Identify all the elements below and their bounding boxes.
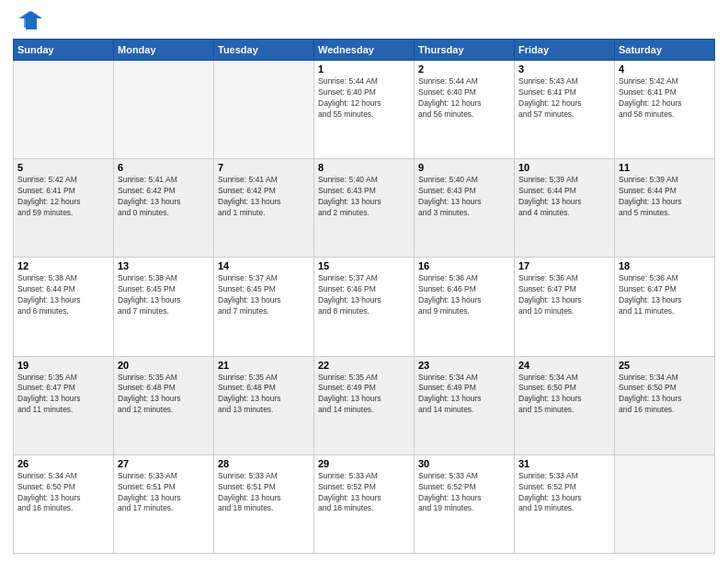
day-number: 13 — [118, 260, 210, 271]
day-number: 19 — [17, 360, 109, 371]
calendar-cell: 23Sunrise: 5:34 AM Sunset: 6:49 PM Dayli… — [415, 356, 515, 454]
day-number: 31 — [518, 458, 610, 469]
calendar-cell: 13Sunrise: 5:38 AM Sunset: 6:45 PM Dayli… — [114, 258, 214, 356]
week-row-3: 19Sunrise: 5:35 AM Sunset: 6:47 PM Dayli… — [14, 356, 715, 454]
day-number: 21 — [218, 360, 310, 371]
day-info: Sunrise: 5:33 AM Sunset: 6:51 PM Dayligh… — [218, 471, 310, 515]
day-info: Sunrise: 5:37 AM Sunset: 6:45 PM Dayligh… — [218, 273, 310, 317]
day-number: 14 — [218, 260, 310, 271]
weekday-wednesday: Wednesday — [314, 40, 415, 61]
day-info: Sunrise: 5:34 AM Sunset: 6:50 PM Dayligh… — [17, 471, 109, 515]
calendar-cell: 17Sunrise: 5:36 AM Sunset: 6:47 PM Dayli… — [515, 258, 615, 356]
day-info: Sunrise: 5:43 AM Sunset: 6:41 PM Dayligh… — [518, 76, 610, 121]
calendar-cell: 1Sunrise: 5:44 AM Sunset: 6:40 PM Daylig… — [314, 61, 415, 159]
calendar-cell — [114, 61, 214, 159]
day-number: 30 — [418, 458, 510, 469]
day-number: 29 — [318, 458, 410, 469]
day-info: Sunrise: 5:34 AM Sunset: 6:50 PM Dayligh… — [518, 373, 610, 417]
day-info: Sunrise: 5:40 AM Sunset: 6:43 PM Dayligh… — [418, 175, 510, 219]
day-number: 26 — [17, 458, 109, 469]
calendar-cell: 7Sunrise: 5:41 AM Sunset: 6:42 PM Daylig… — [214, 159, 314, 258]
calendar-cell: 16Sunrise: 5:36 AM Sunset: 6:46 PM Dayli… — [415, 258, 515, 356]
day-number: 10 — [518, 162, 610, 173]
calendar-cell: 3Sunrise: 5:43 AM Sunset: 6:41 PM Daylig… — [515, 61, 615, 159]
day-number: 8 — [318, 162, 410, 173]
day-info: Sunrise: 5:39 AM Sunset: 6:44 PM Dayligh… — [518, 175, 610, 219]
calendar-cell: 6Sunrise: 5:41 AM Sunset: 6:42 PM Daylig… — [114, 159, 214, 258]
calendar-cell: 20Sunrise: 5:35 AM Sunset: 6:48 PM Dayli… — [114, 356, 214, 454]
calendar-cell: 14Sunrise: 5:37 AM Sunset: 6:45 PM Dayli… — [214, 258, 314, 356]
calendar-cell — [214, 61, 314, 159]
day-info: Sunrise: 5:36 AM Sunset: 6:47 PM Dayligh… — [619, 273, 711, 317]
day-number: 7 — [218, 162, 310, 173]
calendar-cell: 8Sunrise: 5:40 AM Sunset: 6:43 PM Daylig… — [314, 159, 415, 258]
calendar-cell: 19Sunrise: 5:35 AM Sunset: 6:47 PM Dayli… — [14, 356, 114, 454]
day-number: 4 — [619, 63, 711, 75]
calendar-table: SundayMondayTuesdayWednesdayThursdayFrid… — [13, 39, 715, 554]
day-number: 17 — [518, 260, 610, 271]
day-info: Sunrise: 5:41 AM Sunset: 6:42 PM Dayligh… — [218, 175, 310, 219]
day-number: 2 — [418, 63, 510, 75]
day-info: Sunrise: 5:33 AM Sunset: 6:52 PM Dayligh… — [518, 471, 610, 515]
weekday-sunday: Sunday — [14, 40, 114, 61]
day-number: 9 — [418, 162, 510, 173]
weekday-header-row: SundayMondayTuesdayWednesdayThursdayFrid… — [14, 40, 715, 61]
day-info: Sunrise: 5:34 AM Sunset: 6:50 PM Dayligh… — [619, 373, 711, 417]
day-info: Sunrise: 5:42 AM Sunset: 6:41 PM Dayligh… — [17, 175, 109, 219]
weekday-tuesday: Tuesday — [214, 40, 314, 61]
day-number: 3 — [518, 63, 610, 75]
day-info: Sunrise: 5:41 AM Sunset: 6:42 PM Dayligh… — [118, 175, 210, 219]
calendar-cell: 24Sunrise: 5:34 AM Sunset: 6:50 PM Dayli… — [515, 356, 615, 454]
day-info: Sunrise: 5:44 AM Sunset: 6:40 PM Dayligh… — [418, 76, 510, 121]
calendar-cell: 10Sunrise: 5:39 AM Sunset: 6:44 PM Dayli… — [515, 159, 615, 258]
day-info: Sunrise: 5:33 AM Sunset: 6:51 PM Dayligh… — [118, 471, 210, 515]
week-row-2: 12Sunrise: 5:38 AM Sunset: 6:44 PM Dayli… — [14, 258, 715, 356]
day-number: 22 — [318, 360, 410, 371]
logo-icon — [13, 9, 42, 33]
day-number: 6 — [118, 162, 210, 173]
calendar-cell: 4Sunrise: 5:42 AM Sunset: 6:41 PM Daylig… — [615, 61, 715, 159]
weekday-thursday: Thursday — [415, 40, 515, 61]
day-info: Sunrise: 5:39 AM Sunset: 6:44 PM Dayligh… — [619, 175, 711, 219]
day-info: Sunrise: 5:38 AM Sunset: 6:45 PM Dayligh… — [118, 273, 210, 317]
day-number: 11 — [619, 162, 711, 173]
calendar-cell: 12Sunrise: 5:38 AM Sunset: 6:44 PM Dayli… — [14, 258, 114, 356]
day-info: Sunrise: 5:33 AM Sunset: 6:52 PM Dayligh… — [418, 471, 510, 515]
calendar-cell: 22Sunrise: 5:35 AM Sunset: 6:49 PM Dayli… — [314, 356, 415, 454]
day-info: Sunrise: 5:35 AM Sunset: 6:48 PM Dayligh… — [118, 373, 210, 417]
calendar-cell: 27Sunrise: 5:33 AM Sunset: 6:51 PM Dayli… — [114, 454, 214, 553]
day-info: Sunrise: 5:33 AM Sunset: 6:52 PM Dayligh… — [318, 471, 410, 515]
day-number: 1 — [318, 63, 410, 75]
day-info: Sunrise: 5:38 AM Sunset: 6:44 PM Dayligh… — [17, 273, 109, 317]
calendar-cell: 31Sunrise: 5:33 AM Sunset: 6:52 PM Dayli… — [515, 454, 615, 553]
page: SundayMondayTuesdayWednesdayThursdayFrid… — [0, 0, 728, 563]
day-info: Sunrise: 5:35 AM Sunset: 6:47 PM Dayligh… — [17, 373, 109, 417]
calendar-cell — [615, 454, 715, 553]
day-number: 5 — [17, 162, 109, 173]
calendar-cell: 15Sunrise: 5:37 AM Sunset: 6:46 PM Dayli… — [314, 258, 415, 356]
day-info: Sunrise: 5:40 AM Sunset: 6:43 PM Dayligh… — [318, 175, 410, 219]
day-number: 15 — [318, 260, 410, 271]
day-info: Sunrise: 5:44 AM Sunset: 6:40 PM Dayligh… — [318, 76, 410, 121]
day-number: 12 — [17, 260, 109, 271]
week-row-4: 26Sunrise: 5:34 AM Sunset: 6:50 PM Dayli… — [14, 454, 715, 553]
day-info: Sunrise: 5:37 AM Sunset: 6:46 PM Dayligh… — [318, 273, 410, 317]
day-info: Sunrise: 5:36 AM Sunset: 6:46 PM Dayligh… — [418, 273, 510, 317]
day-info: Sunrise: 5:36 AM Sunset: 6:47 PM Dayligh… — [518, 273, 610, 317]
calendar-cell: 21Sunrise: 5:35 AM Sunset: 6:48 PM Dayli… — [214, 356, 314, 454]
day-info: Sunrise: 5:34 AM Sunset: 6:49 PM Dayligh… — [418, 373, 510, 417]
day-number: 25 — [619, 360, 711, 371]
day-number: 28 — [218, 458, 310, 469]
calendar-cell: 5Sunrise: 5:42 AM Sunset: 6:41 PM Daylig… — [14, 159, 114, 258]
header — [13, 9, 715, 33]
calendar-cell: 2Sunrise: 5:44 AM Sunset: 6:40 PM Daylig… — [415, 61, 515, 159]
calendar-cell: 29Sunrise: 5:33 AM Sunset: 6:52 PM Dayli… — [314, 454, 415, 553]
calendar-cell: 25Sunrise: 5:34 AM Sunset: 6:50 PM Dayli… — [615, 356, 715, 454]
calendar-cell: 11Sunrise: 5:39 AM Sunset: 6:44 PM Dayli… — [615, 159, 715, 258]
day-info: Sunrise: 5:35 AM Sunset: 6:49 PM Dayligh… — [318, 373, 410, 417]
calendar-cell: 18Sunrise: 5:36 AM Sunset: 6:47 PM Dayli… — [615, 258, 715, 356]
weekday-saturday: Saturday — [615, 40, 715, 61]
weekday-monday: Monday — [114, 40, 214, 61]
day-number: 20 — [118, 360, 210, 371]
day-number: 24 — [518, 360, 610, 371]
